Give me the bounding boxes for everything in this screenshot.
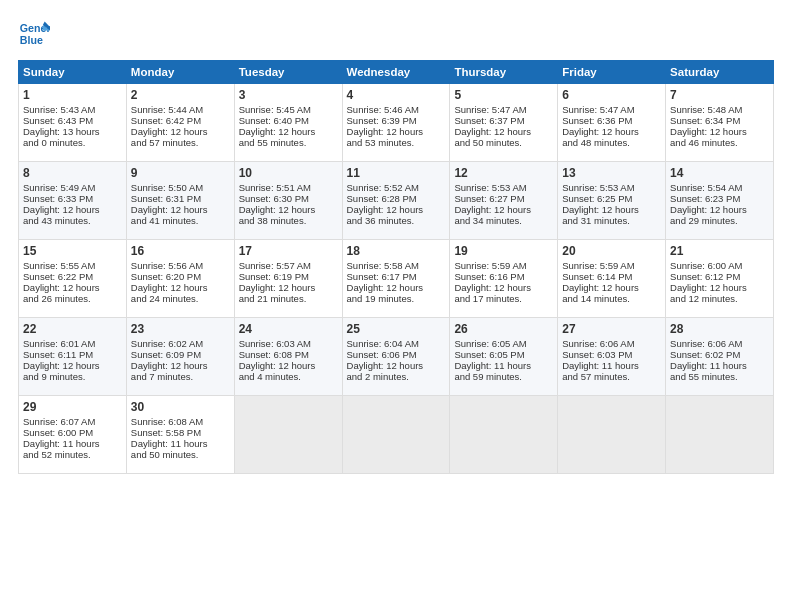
daylight-line1: Daylight: 12 hours: [131, 126, 208, 137]
day-cell: 7Sunrise: 5:48 AMSunset: 6:34 PMDaylight…: [666, 84, 774, 162]
daylight-line2: and 4 minutes.: [239, 371, 301, 382]
sunset-text: Sunset: 6:11 PM: [23, 349, 93, 360]
day-number: 13: [562, 166, 661, 180]
week-row-2: 8Sunrise: 5:49 AMSunset: 6:33 PMDaylight…: [19, 162, 774, 240]
header-cell-tuesday: Tuesday: [234, 61, 342, 84]
sunrise-text: Sunrise: 6:08 AM: [131, 416, 203, 427]
sunset-text: Sunset: 6:36 PM: [562, 115, 632, 126]
daylight-line1: Daylight: 12 hours: [347, 204, 424, 215]
calendar-header-row: SundayMondayTuesdayWednesdayThursdayFrid…: [19, 61, 774, 84]
sunrise-text: Sunrise: 5:43 AM: [23, 104, 95, 115]
day-number: 16: [131, 244, 230, 258]
daylight-line1: Daylight: 12 hours: [454, 282, 531, 293]
sunset-text: Sunset: 6:31 PM: [131, 193, 201, 204]
daylight-line1: Daylight: 12 hours: [131, 360, 208, 371]
daylight-line2: and 50 minutes.: [454, 137, 522, 148]
sunrise-text: Sunrise: 6:07 AM: [23, 416, 95, 427]
week-row-5: 29Sunrise: 6:07 AMSunset: 6:00 PMDayligh…: [19, 396, 774, 474]
sunset-text: Sunset: 6:03 PM: [562, 349, 632, 360]
day-number: 9: [131, 166, 230, 180]
daylight-line1: Daylight: 13 hours: [23, 126, 100, 137]
daylight-line1: Daylight: 11 hours: [131, 438, 208, 449]
day-cell: 19Sunrise: 5:59 AMSunset: 6:16 PMDayligh…: [450, 240, 558, 318]
daylight-line2: and 46 minutes.: [670, 137, 738, 148]
day-number: 24: [239, 322, 338, 336]
daylight-line1: Daylight: 11 hours: [562, 360, 639, 371]
daylight-line2: and 14 minutes.: [562, 293, 630, 304]
day-number: 7: [670, 88, 769, 102]
day-number: 3: [239, 88, 338, 102]
daylight-line1: Daylight: 12 hours: [239, 282, 316, 293]
day-cell: 29Sunrise: 6:07 AMSunset: 6:00 PMDayligh…: [19, 396, 127, 474]
day-cell: 14Sunrise: 5:54 AMSunset: 6:23 PMDayligh…: [666, 162, 774, 240]
sunrise-text: Sunrise: 5:51 AM: [239, 182, 311, 193]
sunrise-text: Sunrise: 6:06 AM: [670, 338, 742, 349]
sunrise-text: Sunrise: 5:56 AM: [131, 260, 203, 271]
daylight-line2: and 2 minutes.: [347, 371, 409, 382]
daylight-line1: Daylight: 12 hours: [670, 282, 747, 293]
daylight-line1: Daylight: 12 hours: [670, 204, 747, 215]
daylight-line2: and 59 minutes.: [454, 371, 522, 382]
day-cell: 22Sunrise: 6:01 AMSunset: 6:11 PMDayligh…: [19, 318, 127, 396]
day-cell: 8Sunrise: 5:49 AMSunset: 6:33 PMDaylight…: [19, 162, 127, 240]
day-number: 11: [347, 166, 446, 180]
calendar-body: 1Sunrise: 5:43 AMSunset: 6:43 PMDaylight…: [19, 84, 774, 474]
header-cell-wednesday: Wednesday: [342, 61, 450, 84]
daylight-line1: Daylight: 11 hours: [670, 360, 747, 371]
sunrise-text: Sunrise: 6:05 AM: [454, 338, 526, 349]
day-cell: 16Sunrise: 5:56 AMSunset: 6:20 PMDayligh…: [126, 240, 234, 318]
daylight-line1: Daylight: 12 hours: [23, 360, 100, 371]
daylight-line2: and 31 minutes.: [562, 215, 630, 226]
day-cell: 5Sunrise: 5:47 AMSunset: 6:37 PMDaylight…: [450, 84, 558, 162]
daylight-line1: Daylight: 11 hours: [23, 438, 100, 449]
day-cell: [342, 396, 450, 474]
sunrise-text: Sunrise: 5:46 AM: [347, 104, 419, 115]
week-row-3: 15Sunrise: 5:55 AMSunset: 6:22 PMDayligh…: [19, 240, 774, 318]
daylight-line1: Daylight: 12 hours: [562, 204, 639, 215]
daylight-line1: Daylight: 12 hours: [131, 282, 208, 293]
day-cell: 18Sunrise: 5:58 AMSunset: 6:17 PMDayligh…: [342, 240, 450, 318]
day-cell: 9Sunrise: 5:50 AMSunset: 6:31 PMDaylight…: [126, 162, 234, 240]
sunset-text: Sunset: 6:43 PM: [23, 115, 93, 126]
sunset-text: Sunset: 6:23 PM: [670, 193, 740, 204]
daylight-line2: and 0 minutes.: [23, 137, 85, 148]
daylight-line2: and 43 minutes.: [23, 215, 91, 226]
day-number: 12: [454, 166, 553, 180]
header-cell-monday: Monday: [126, 61, 234, 84]
day-cell: 24Sunrise: 6:03 AMSunset: 6:08 PMDayligh…: [234, 318, 342, 396]
header-cell-saturday: Saturday: [666, 61, 774, 84]
daylight-line2: and 53 minutes.: [347, 137, 415, 148]
sunset-text: Sunset: 6:34 PM: [670, 115, 740, 126]
header-cell-sunday: Sunday: [19, 61, 127, 84]
logo-icon: General Blue: [18, 18, 50, 50]
svg-text:Blue: Blue: [20, 34, 43, 46]
sunset-text: Sunset: 6:39 PM: [347, 115, 417, 126]
sunset-text: Sunset: 6:02 PM: [670, 349, 740, 360]
sunrise-text: Sunrise: 5:53 AM: [562, 182, 634, 193]
day-cell: 2Sunrise: 5:44 AMSunset: 6:42 PMDaylight…: [126, 84, 234, 162]
day-cell: 10Sunrise: 5:51 AMSunset: 6:30 PMDayligh…: [234, 162, 342, 240]
daylight-line2: and 17 minutes.: [454, 293, 522, 304]
day-number: 17: [239, 244, 338, 258]
sunset-text: Sunset: 6:00 PM: [23, 427, 93, 438]
sunrise-text: Sunrise: 5:44 AM: [131, 104, 203, 115]
sunset-text: Sunset: 6:06 PM: [347, 349, 417, 360]
sunset-text: Sunset: 6:22 PM: [23, 271, 93, 282]
day-cell: 13Sunrise: 5:53 AMSunset: 6:25 PMDayligh…: [558, 162, 666, 240]
day-number: 6: [562, 88, 661, 102]
day-cell: 12Sunrise: 5:53 AMSunset: 6:27 PMDayligh…: [450, 162, 558, 240]
day-cell: 26Sunrise: 6:05 AMSunset: 6:05 PMDayligh…: [450, 318, 558, 396]
sunset-text: Sunset: 6:14 PM: [562, 271, 632, 282]
day-number: 2: [131, 88, 230, 102]
day-number: 18: [347, 244, 446, 258]
day-cell: [666, 396, 774, 474]
sunrise-text: Sunrise: 5:52 AM: [347, 182, 419, 193]
day-cell: 25Sunrise: 6:04 AMSunset: 6:06 PMDayligh…: [342, 318, 450, 396]
sunset-text: Sunset: 6:25 PM: [562, 193, 632, 204]
day-number: 10: [239, 166, 338, 180]
sunrise-text: Sunrise: 5:55 AM: [23, 260, 95, 271]
week-row-4: 22Sunrise: 6:01 AMSunset: 6:11 PMDayligh…: [19, 318, 774, 396]
sunrise-text: Sunrise: 5:57 AM: [239, 260, 311, 271]
sunrise-text: Sunrise: 5:58 AM: [347, 260, 419, 271]
daylight-line2: and 26 minutes.: [23, 293, 91, 304]
